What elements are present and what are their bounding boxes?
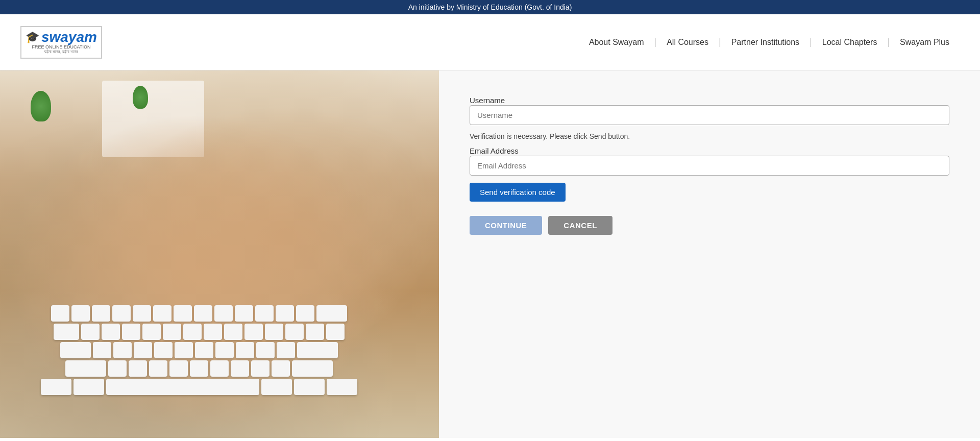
- logo-sub: FREE ONLINE EDUCATION: [32, 44, 91, 50]
- spacebar-key: [106, 379, 259, 395]
- key: [244, 324, 263, 340]
- key: [294, 379, 325, 395]
- main-nav: About Swayam | All Courses | Partner Ins…: [579, 37, 960, 47]
- keyboard-row-2: [20, 324, 378, 340]
- keyboard-row-3: [20, 342, 378, 358]
- key: [51, 305, 69, 322]
- key: [92, 305, 110, 322]
- form-area: Username Verification is necessary. Plea…: [439, 70, 980, 438]
- username-label: Username: [470, 96, 505, 105]
- key: [316, 305, 347, 322]
- key: [265, 324, 283, 340]
- key: [195, 342, 213, 358]
- key: [74, 379, 104, 395]
- key: [113, 342, 132, 358]
- key: [142, 324, 161, 340]
- key: [277, 342, 295, 358]
- key: [327, 379, 357, 395]
- nav-all-courses[interactable]: All Courses: [656, 38, 719, 47]
- nav-local-chapters[interactable]: Local Chapters: [812, 38, 888, 47]
- key: [255, 305, 274, 322]
- key: [71, 305, 90, 322]
- nav-partner-institutions[interactable]: Partner Institutions: [721, 38, 810, 47]
- username-field-group: Username: [470, 96, 949, 125]
- key: [154, 342, 173, 358]
- key: [60, 342, 91, 358]
- email-input[interactable]: [470, 156, 949, 176]
- key: [112, 305, 131, 322]
- keyboard: [20, 305, 378, 407]
- key: [129, 360, 147, 377]
- username-input[interactable]: [470, 105, 949, 125]
- banner-text: An initiative by Ministry of Education (…: [408, 3, 572, 11]
- nav-swayam-plus[interactable]: Swayam Plus: [890, 38, 960, 47]
- key: [149, 360, 167, 377]
- key: [194, 305, 212, 322]
- key: [204, 324, 222, 340]
- key: [251, 360, 270, 377]
- key: [93, 342, 111, 358]
- continue-button[interactable]: CONTINUE: [470, 216, 542, 235]
- email-label: Email Address: [470, 146, 519, 155]
- key: [122, 324, 140, 340]
- action-buttons: CONTINUE CANCEL: [470, 216, 949, 235]
- cancel-button[interactable]: CANCEL: [548, 216, 612, 235]
- header: 🎓 swayam FREE ONLINE EDUCATION पढ़ेगा भा…: [0, 14, 980, 70]
- key: [326, 324, 345, 340]
- key: [133, 305, 151, 322]
- key: [306, 324, 324, 340]
- key: [214, 305, 233, 322]
- key: [297, 342, 338, 358]
- key: [231, 360, 249, 377]
- keyboard-row-1: [20, 305, 378, 322]
- key: [134, 342, 152, 358]
- key: [276, 305, 294, 322]
- key: [54, 324, 79, 340]
- key: [190, 360, 208, 377]
- send-verification-button[interactable]: Send verification code: [470, 183, 566, 202]
- key: [174, 305, 192, 322]
- key: [169, 360, 188, 377]
- key: [41, 379, 71, 395]
- key: [175, 342, 193, 358]
- keyboard-row-5: [20, 379, 378, 395]
- key: [81, 324, 100, 340]
- key: [224, 324, 242, 340]
- key: [163, 324, 181, 340]
- logo-area: 🎓 swayam FREE ONLINE EDUCATION पढ़ेगा भा…: [20, 26, 102, 59]
- verification-notice: Verification is necessary. Please click …: [470, 132, 949, 140]
- key: [272, 360, 290, 377]
- key: [108, 360, 127, 377]
- key: [210, 360, 229, 377]
- keyboard-row-4: [20, 360, 378, 377]
- key: [256, 342, 275, 358]
- key: [296, 305, 314, 322]
- nav-about-swayam[interactable]: About Swayam: [579, 38, 654, 47]
- main-content: Username Verification is necessary. Plea…: [0, 70, 980, 438]
- key: [235, 305, 253, 322]
- logo-text: swayam: [41, 30, 97, 44]
- key: [215, 342, 234, 358]
- top-banner: An initiative by Ministry of Education (…: [0, 0, 980, 14]
- email-field-group: Email Address: [470, 146, 949, 176]
- key: [65, 360, 106, 377]
- logo-tagline: पढ़ेगा भारत, बढ़ेगा भारत: [44, 50, 79, 55]
- key: [183, 324, 202, 340]
- logo-box: 🎓 swayam FREE ONLINE EDUCATION पढ़ेगा भा…: [20, 26, 102, 59]
- key: [236, 342, 254, 358]
- key: [102, 324, 120, 340]
- hero-image: [0, 70, 439, 438]
- key: [285, 324, 304, 340]
- key: [292, 360, 333, 377]
- key: [261, 379, 292, 395]
- key: [153, 305, 172, 322]
